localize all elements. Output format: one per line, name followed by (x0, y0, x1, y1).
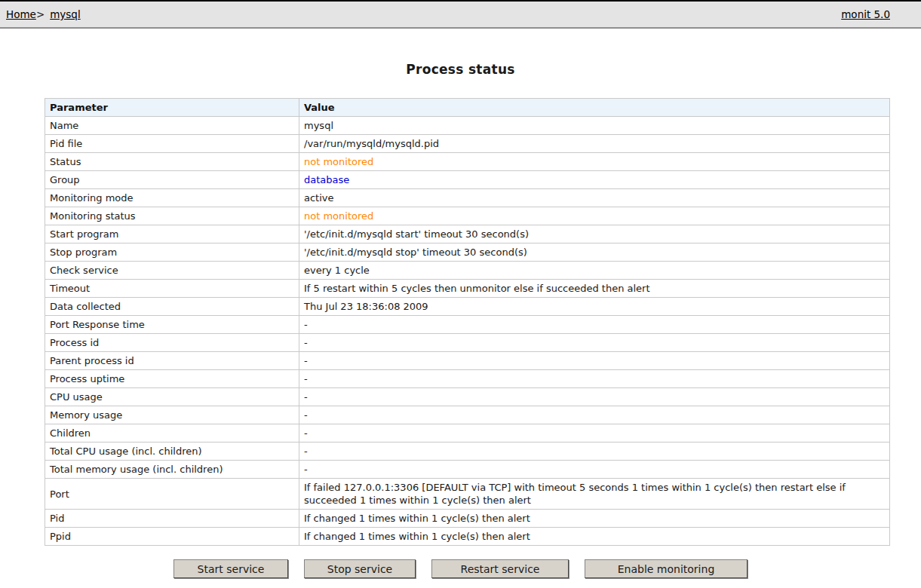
table-row: Parent process id - (45, 352, 890, 370)
param-total-memory-usage: Total memory usage (incl. children) (45, 461, 299, 479)
param-process-id: Process id (45, 334, 299, 352)
value-port: If failed 127.0.0.1:3306 [DEFAULT via TC… (299, 479, 890, 510)
value-total-memory-usage: - (299, 461, 890, 479)
value-process-id: - (299, 334, 890, 352)
value-ppid: If changed 1 times within 1 cycle(s) the… (299, 528, 890, 546)
table-row: Name mysql (45, 117, 890, 135)
param-check-service: Check service (45, 262, 299, 280)
table-row: CPU usage - (45, 388, 890, 406)
table-row: Status not monitored (45, 153, 890, 171)
process-status-table: Parameter Value Name mysql Pid file /var… (45, 98, 890, 546)
stop-service-button[interactable]: Stop service (304, 559, 416, 578)
table-row: Memory usage - (45, 406, 890, 424)
param-timeout: Timeout (45, 280, 299, 298)
column-header-parameter: Parameter (45, 99, 299, 117)
value-total-cpu-usage: - (299, 443, 890, 461)
param-monitoring-status: Monitoring status (45, 207, 299, 225)
param-process-uptime: Process uptime (45, 370, 299, 388)
group-link[interactable]: database (299, 171, 890, 189)
param-pid-file: Pid file (45, 135, 299, 153)
value-process-uptime: - (299, 370, 890, 388)
table-row: Pid file /var/run/mysqld/mysqld.pid (45, 135, 890, 153)
param-name: Name (45, 117, 299, 135)
value-data-collected: Thu Jul 23 18:36:08 2009 (299, 298, 890, 316)
table-row: Total memory usage (incl. children) - (45, 461, 890, 479)
param-stop-program: Stop program (45, 243, 299, 262)
param-start-program: Start program (45, 225, 299, 243)
start-service-button[interactable]: Start service (173, 559, 288, 578)
param-monitoring-mode: Monitoring mode (45, 189, 299, 207)
table-row: Stop program '/etc/init.d/mysqld stop' t… (45, 243, 890, 262)
breadcrumb-separator: > (36, 8, 45, 20)
param-port-response-time: Port Response time (45, 316, 299, 334)
monit-version-link[interactable]: monit 5.0 (841, 8, 890, 20)
value-name: mysql (299, 117, 890, 135)
value-monitoring-status: not monitored (299, 207, 890, 225)
param-cpu-usage: CPU usage (45, 388, 299, 406)
table-row: Pid If changed 1 times within 1 cycle(s)… (45, 510, 890, 528)
table-row: Check service every 1 cycle (45, 262, 890, 280)
value-port-response-time: - (299, 316, 890, 334)
value-children: - (299, 424, 890, 443)
param-children: Children (45, 424, 299, 443)
table-row: Group database (45, 171, 890, 189)
table-header-row: Parameter Value (45, 99, 890, 117)
param-pid: Pid (45, 510, 299, 528)
table-row: Port If failed 127.0.0.1:3306 [DEFAULT v… (45, 479, 890, 510)
table-row: Process id - (45, 334, 890, 352)
table-row: Port Response time - (45, 316, 890, 334)
param-total-cpu-usage: Total CPU usage (incl. children) (45, 443, 299, 461)
column-header-value: Value (299, 99, 890, 117)
value-status: not monitored (299, 153, 890, 171)
top-navigation-bar: Home>mysql monit 5.0 (0, 0, 921, 29)
table-row: Total CPU usage (incl. children) - (45, 443, 890, 461)
service-actions: Start service Stop service Restart servi… (0, 559, 921, 584)
table-row: Timeout If 5 restart within 5 cycles the… (45, 280, 890, 298)
table-row: Monitoring status not monitored (45, 207, 890, 225)
value-timeout: If 5 restart within 5 cycles then unmoni… (299, 280, 890, 298)
table-row: Children - (45, 424, 890, 443)
value-memory-usage: - (299, 406, 890, 424)
value-pid: If changed 1 times within 1 cycle(s) the… (299, 510, 890, 528)
param-group: Group (45, 171, 299, 189)
param-memory-usage: Memory usage (45, 406, 299, 424)
param-port: Port (45, 479, 299, 510)
table-row: Monitoring mode active (45, 189, 890, 207)
value-stop-program: '/etc/init.d/mysqld stop' timeout 30 sec… (299, 243, 890, 262)
restart-service-button[interactable]: Restart service (431, 559, 569, 578)
breadcrumb-home-link[interactable]: Home (6, 8, 36, 20)
value-check-service: every 1 cycle (299, 262, 890, 280)
param-data-collected: Data collected (45, 298, 299, 316)
param-parent-process-id: Parent process id (45, 352, 299, 370)
breadcrumb-current-link[interactable]: mysql (50, 8, 81, 20)
value-cpu-usage: - (299, 388, 890, 406)
table-row: Data collected Thu Jul 23 18:36:08 2009 (45, 298, 890, 316)
table-row: Process uptime - (45, 370, 890, 388)
param-status: Status (45, 153, 299, 171)
value-parent-process-id: - (299, 352, 890, 370)
breadcrumb: Home>mysql (6, 8, 81, 20)
enable-monitoring-button[interactable]: Enable monitoring (585, 559, 748, 578)
value-monitoring-mode: active (299, 189, 890, 207)
value-pid-file: /var/run/mysqld/mysqld.pid (299, 135, 890, 153)
page-title: Process status (0, 62, 921, 77)
table-row: Start program '/etc/init.d/mysqld start'… (45, 225, 890, 243)
value-start-program: '/etc/init.d/mysqld start' timeout 30 se… (299, 225, 890, 243)
param-ppid: Ppid (45, 528, 299, 546)
table-row: Ppid If changed 1 times within 1 cycle(s… (45, 528, 890, 546)
